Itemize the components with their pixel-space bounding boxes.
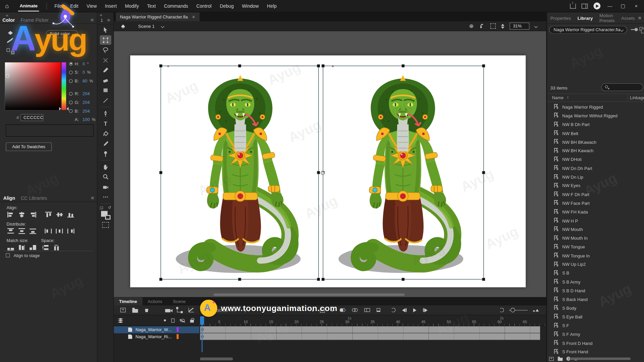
camera-tool[interactable] (100, 182, 111, 192)
b-radio[interactable] (69, 79, 73, 83)
library-horizontal-scrollbar[interactable] (570, 358, 630, 360)
frame-range-icon[interactable] (377, 308, 380, 312)
library-item[interactable]: S Front D Hand (547, 339, 644, 347)
test-movie-icon[interactable] (593, 2, 600, 9)
color-type-select[interactable]: Solid color (46, 31, 78, 38)
layer-frames-strip-2[interactable] (200, 333, 540, 340)
canvas-horizontal-scrollbar[interactable] (214, 294, 405, 296)
layer-frames-strip-1[interactable] (200, 326, 540, 333)
tab-scene[interactable]: Scene (168, 297, 191, 305)
menu-edit[interactable]: Edit (66, 3, 83, 8)
maximize-button[interactable]: ▢ (620, 3, 627, 9)
library-item[interactable]: NW Tongue In (547, 251, 644, 260)
library-item[interactable]: S Back Hand (547, 295, 644, 304)
selection-box-left[interactable] (161, 66, 319, 280)
name-column-header[interactable]: Name (552, 95, 564, 100)
free-transform-marquee-icon[interactable] (100, 220, 111, 230)
library-item[interactable]: NW Dn Lip (547, 173, 644, 181)
color-cursor[interactable] (6, 74, 9, 77)
hue-slider-arrow-right[interactable] (66, 107, 68, 111)
library-item[interactable]: NW Dn Dh Part (547, 164, 644, 173)
lasso-tool[interactable] (100, 45, 111, 55)
library-item[interactable]: S F Army (547, 330, 644, 339)
layer-name[interactable]: Naga_Warrior_Ri... (136, 335, 171, 339)
share-icon[interactable] (570, 3, 576, 8)
library-item[interactable]: S B Army (547, 278, 644, 286)
library-item[interactable]: NW Mouth (547, 225, 644, 234)
tab-timeline[interactable]: Timeline (114, 297, 142, 305)
step-forward-icon[interactable] (423, 308, 427, 312)
layer-row-1[interactable]: Naga_Warrior_W... (114, 326, 199, 333)
fill-stroke-swatches[interactable] (100, 210, 110, 220)
tab-align[interactable]: Align (3, 196, 15, 201)
zoom-level-input[interactable]: 31% (510, 22, 530, 29)
layer-outline-color-chip[interactable] (177, 327, 179, 332)
workspace-icon[interactable] (582, 3, 588, 8)
library-item[interactable]: NW FH Kada (547, 207, 644, 216)
library-item[interactable]: S Body (547, 304, 644, 312)
tab-properties[interactable]: Properties (547, 15, 574, 20)
layer-name[interactable]: Naga_Warrior_W... (136, 327, 171, 332)
hand-tool[interactable] (100, 162, 111, 172)
match-width-button[interactable] (6, 244, 15, 251)
zoom-tool[interactable] (100, 172, 111, 182)
library-search-input[interactable] (601, 83, 643, 91)
match-height-button[interactable] (17, 244, 26, 251)
library-item[interactable]: S Front Hand (547, 347, 644, 355)
reset-timeline-zoom-icon[interactable] (499, 308, 504, 312)
tab-actions[interactable]: Actions (142, 297, 167, 305)
playhead[interactable] (200, 316, 204, 325)
g-radio[interactable] (69, 100, 73, 104)
tab-cc-libraries[interactable]: CC Libraries (21, 196, 47, 201)
library-panel-menu-icon[interactable]: ≡ (638, 15, 644, 21)
distribute-bottom-edge-button[interactable] (28, 227, 38, 235)
eyedropper-tool[interactable] (100, 139, 111, 148)
new-library-panel-icon[interactable] (640, 27, 643, 31)
document-tab[interactable]: Naga Warrior Rigged Character.fla ✕ (116, 12, 199, 21)
library-document-select[interactable]: Naga Warrior Rigged Character.fla (549, 26, 627, 34)
layers-stack-icon[interactable] (118, 318, 123, 323)
library-item[interactable]: NW H P (547, 216, 644, 225)
distribute-vertical-center-button[interactable] (17, 227, 26, 235)
saturation-brightness-picker[interactable] (5, 62, 61, 110)
hue-slider-arrow-left[interactable] (59, 107, 61, 111)
collapse-panel-icon[interactable]: « (6, 13, 8, 18)
library-item[interactable]: S Eye Ball (547, 312, 644, 321)
sort-arrow-icon[interactable]: ↑ (567, 95, 569, 100)
hex-color-input[interactable]: CCCCCC (20, 114, 44, 121)
menu-modify[interactable]: Modify (121, 3, 143, 8)
outline-column-icon[interactable] (171, 318, 175, 322)
new-layer-icon[interactable] (120, 308, 126, 312)
library-item[interactable]: NW BH Kawach (547, 146, 644, 155)
menu-text[interactable]: Text (143, 3, 160, 8)
rotate-view-icon[interactable] (479, 23, 485, 29)
new-folder-icon[interactable] (132, 308, 138, 313)
menu-control[interactable]: Control (192, 3, 216, 8)
minimize-button[interactable]: — (606, 3, 613, 9)
distribute-right-edge-button[interactable] (66, 227, 75, 235)
library-item[interactable]: NW Belt (547, 129, 644, 137)
center-stage-icon[interactable]: ⊕ (469, 23, 473, 29)
transform-point[interactable] (321, 171, 324, 175)
menu-commands[interactable]: Commands (160, 3, 193, 8)
fluid-brush-tool[interactable] (100, 55, 111, 65)
frame-ruler[interactable]: 51015202530354045505560651s2s (199, 316, 546, 326)
library-item[interactable]: NW B Dh Part (547, 120, 644, 129)
step-back-icon[interactable] (402, 308, 407, 312)
timeline-horizontal-scrollbar[interactable] (200, 358, 233, 361)
pen-tool[interactable] (100, 109, 111, 118)
b2-radio[interactable] (69, 109, 73, 113)
menu-file[interactable]: File (50, 3, 66, 8)
layer-parenting-icon[interactable] (177, 308, 182, 312)
camera-icon[interactable] (165, 308, 170, 312)
new-symbol-icon[interactable] (549, 357, 554, 360)
align-top-edge-button[interactable] (44, 211, 53, 218)
paint-brush-tool[interactable] (100, 65, 111, 75)
library-item[interactable]: S B D Hand (547, 286, 644, 295)
timeline-zoom-in-icon[interactable] (533, 309, 539, 311)
symbol-icon[interactable]: ♣ (121, 23, 125, 29)
stroke-color-icon[interactable] (7, 39, 12, 43)
library-item[interactable]: S B (547, 269, 644, 278)
library-item[interactable]: NW Eyes (547, 181, 644, 190)
match-width-and-height-button[interactable] (28, 244, 38, 251)
